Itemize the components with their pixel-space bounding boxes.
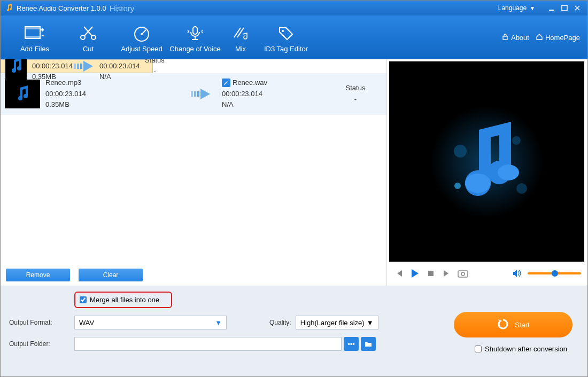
shutdown-label: Shutdown after conversion xyxy=(485,345,567,353)
svg-point-21 xyxy=(454,183,461,189)
svg-rect-0 xyxy=(549,10,554,11)
src-filename: Renee.mp3 xyxy=(45,77,184,89)
maximize-button[interactable] xyxy=(559,2,570,14)
svg-rect-26 xyxy=(458,271,468,277)
status-header: Status xyxy=(145,59,165,66)
output-folder-label: Output Folder: xyxy=(9,340,74,348)
file-row[interactable]: Renee.mp3 00:00:23.014 0.35MB Renee.wav … xyxy=(1,59,153,73)
close-button[interactable] xyxy=(571,2,583,14)
svg-rect-12 xyxy=(74,64,76,69)
src-duration: 00:00:23.014 xyxy=(45,89,184,100)
add-files-button[interactable]: Add Files xyxy=(8,15,61,59)
volume-icon[interactable] xyxy=(512,268,522,279)
cut-label: Cut xyxy=(83,45,94,53)
dst-duration: 00:00:23.014 xyxy=(222,89,329,100)
refresh-icon xyxy=(497,318,509,332)
music-note-icon xyxy=(428,103,546,221)
file-row[interactable]: Renee.mp3 00:00:23.014 0.35MB Renee.wav … xyxy=(1,73,386,115)
about-link[interactable]: About xyxy=(501,33,529,42)
merge-checkbox[interactable] xyxy=(80,296,87,303)
change-voice-label: Change of Voice xyxy=(169,45,220,53)
snapshot-button[interactable] xyxy=(458,268,468,279)
change-voice-button[interactable]: Change of Voice xyxy=(168,15,222,59)
about-label: About xyxy=(511,34,529,42)
scissors-icon xyxy=(79,22,98,44)
dst-duration: 00:00:23.014 xyxy=(99,61,145,72)
file-list: Renee.mp3 00:00:23.014 0.35MB Renee.wav … xyxy=(1,59,386,264)
merge-checkbox-group[interactable]: Merge all files into one xyxy=(74,292,172,308)
svg-rect-1 xyxy=(562,5,567,11)
app-logo-icon xyxy=(5,4,13,12)
remove-button[interactable]: Remove xyxy=(6,269,70,281)
next-button[interactable] xyxy=(442,268,452,279)
homepage-link[interactable]: HomePage xyxy=(536,33,580,42)
gauge-icon xyxy=(132,22,151,44)
arrow-icon xyxy=(73,59,99,74)
svg-point-19 xyxy=(454,145,467,158)
merge-label: Merge all files into one xyxy=(90,296,159,304)
cut-button[interactable]: Cut xyxy=(61,15,115,59)
history-link[interactable]: History xyxy=(110,4,135,13)
home-icon xyxy=(536,33,543,42)
output-format-select[interactable]: WAV ▼ xyxy=(74,316,227,329)
preview-panel xyxy=(389,61,584,262)
start-button[interactable]: Start xyxy=(454,312,572,337)
svg-point-20 xyxy=(512,136,521,145)
browse-folder-button[interactable] xyxy=(361,337,376,351)
quality-select[interactable]: High(Larger file size) ▼ xyxy=(296,316,378,329)
play-button[interactable] xyxy=(409,268,420,279)
dst-filename: Renee.wav xyxy=(233,77,267,89)
adjust-speed-label: Adjust Speed xyxy=(121,45,162,53)
file-thumbnail xyxy=(5,59,27,81)
toolbar: Add Files Cut Adjust Speed Change of Voi… xyxy=(1,15,587,59)
shutdown-checkbox[interactable] xyxy=(475,345,482,352)
chevron-down-icon: ▼ xyxy=(367,319,374,327)
lock-icon xyxy=(501,33,509,42)
mix-label: Mix xyxy=(235,45,246,53)
svg-point-22 xyxy=(516,183,527,194)
status-header: Status xyxy=(329,83,382,94)
shutdown-checkbox-group[interactable]: Shutdown after conversion xyxy=(475,345,567,353)
svg-point-5 xyxy=(81,35,85,40)
quality-value: High(Larger file size) xyxy=(300,319,365,327)
svg-rect-11 xyxy=(503,36,507,40)
app-title: Renee Audio Converter 1.0.0 xyxy=(17,4,106,12)
svg-point-8 xyxy=(141,33,143,35)
output-format-label: Output Format: xyxy=(9,319,74,326)
src-duration: 00:00:23.014 xyxy=(32,61,73,72)
more-button[interactable]: ••• xyxy=(344,337,359,351)
tag-icon xyxy=(276,22,296,44)
stop-button[interactable] xyxy=(425,268,436,279)
src-size: 0.35MB xyxy=(45,99,184,111)
svg-point-6 xyxy=(91,35,96,40)
svg-rect-14 xyxy=(80,64,82,69)
id3-tag-button[interactable]: ID3 Tag Editor xyxy=(259,15,313,59)
filmstrip-plus-icon xyxy=(24,22,45,44)
language-dropdown-icon[interactable]: ▼ xyxy=(530,5,535,11)
add-files-label: Add Files xyxy=(20,45,49,53)
svg-point-24 xyxy=(498,164,519,180)
start-label: Start xyxy=(515,321,529,329)
language-button[interactable]: Language xyxy=(498,4,527,12)
output-folder-input[interactable] xyxy=(74,337,342,351)
previous-button[interactable] xyxy=(393,268,404,279)
homepage-label: HomePage xyxy=(545,34,580,42)
player-controls xyxy=(387,264,587,283)
svg-rect-3 xyxy=(25,27,40,29)
svg-point-27 xyxy=(461,272,465,276)
arrow-icon xyxy=(184,86,222,102)
titlebar: Renee Audio Converter 1.0.0 History Lang… xyxy=(1,1,587,15)
clear-button[interactable]: Clear xyxy=(79,269,143,281)
status-value: - xyxy=(145,66,165,77)
output-format-value: WAV xyxy=(79,319,94,327)
adjust-speed-button[interactable]: Adjust Speed xyxy=(115,15,168,59)
svg-rect-25 xyxy=(428,271,434,276)
minimize-button[interactable] xyxy=(546,2,558,14)
svg-rect-17 xyxy=(197,91,199,97)
volume-slider[interactable] xyxy=(528,272,581,274)
svg-rect-13 xyxy=(77,64,79,69)
dst-size: N/A xyxy=(222,99,329,111)
mix-button[interactable]: Mix xyxy=(222,15,259,59)
svg-rect-9 xyxy=(193,27,197,34)
edit-output-icon[interactable] xyxy=(222,78,230,87)
